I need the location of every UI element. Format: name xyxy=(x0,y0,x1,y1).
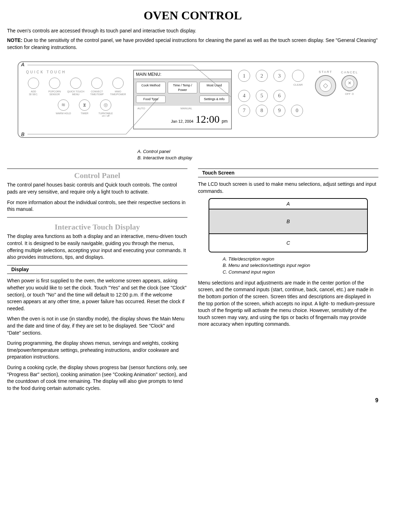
ts-caption-b: B. Menu and selection/settings input reg… xyxy=(223,262,378,269)
lcd-ampm: pm xyxy=(222,118,228,124)
body-text: When the oven is not in use (in standby … xyxy=(7,316,187,336)
key-8[interactable]: 8 xyxy=(256,105,268,117)
right-column: Touch Screen The LCD touch screen is use… xyxy=(198,169,378,396)
body-text: Menu selections and input adjustments ar… xyxy=(198,280,378,328)
lock-icon: ⊙ xyxy=(352,92,354,96)
warm-hold-icon: ≋ xyxy=(58,99,69,111)
diagram-label-a: A xyxy=(21,61,24,68)
touch-screen-subheading: Touch Screen xyxy=(198,169,378,178)
qt-timer[interactable]: ⧗TIMER xyxy=(76,99,93,117)
ts-caption-c: C. Command input region xyxy=(223,269,378,275)
body-text: When power is first supplied to the oven… xyxy=(7,277,187,312)
start-icon: ◇ xyxy=(320,80,332,92)
numeric-keypad: 1 2 3 CLEAR 4 5 6 7 8 9 0 xyxy=(238,70,305,116)
diagram-caption: A. Control panel B. Interactive touch di… xyxy=(137,148,378,161)
leader-line xyxy=(27,134,126,134)
key-clear[interactable] xyxy=(292,70,304,82)
leader-line xyxy=(27,65,193,65)
qt-add-30-sec[interactable]: ADD30 SEC. xyxy=(25,78,42,96)
diagram-label-b: B xyxy=(21,131,24,138)
lcd-date: Jan 12, 2004 xyxy=(171,119,193,124)
key-1[interactable]: 1 xyxy=(238,70,250,82)
ts-region-b: B xyxy=(209,209,367,234)
key-9[interactable]: 9 xyxy=(273,105,285,117)
note-label: NOTE: xyxy=(7,37,23,43)
cancel-icon: ✕ xyxy=(345,79,354,88)
touch-screen-diagram: A B C xyxy=(209,198,368,252)
left-column: Control Panel The control panel houses b… xyxy=(7,169,187,396)
off-label: OFF xyxy=(345,92,351,96)
key-2[interactable]: 2 xyxy=(256,70,268,82)
start-label: START xyxy=(319,70,333,74)
body-text: During a cooking cycle, the display show… xyxy=(7,364,187,392)
lcd-manual-label: MANUAL xyxy=(180,106,192,110)
turntable-icon: ◎ xyxy=(100,99,111,111)
page-number: 9 xyxy=(375,397,378,404)
lcd-title: MAIN MENU: xyxy=(134,71,231,79)
menu-time-temp-power[interactable]: Time / Temp / Power xyxy=(168,82,197,93)
lcd-time: 12:00 xyxy=(196,112,219,127)
ts-region-a: A xyxy=(209,199,367,209)
body-text: The LCD touch screen is used to make men… xyxy=(198,181,378,195)
caption-a: A. Control panel xyxy=(137,148,378,155)
menu-food-type[interactable]: Food Type xyxy=(136,96,166,103)
display-subheading: Display xyxy=(7,265,187,274)
clear-label: CLEAR xyxy=(293,83,303,87)
lcd-display[interactable]: MAIN MENU: Cook Method Time / Temp / Pow… xyxy=(133,70,232,129)
menu-cook-method[interactable]: Cook Method xyxy=(136,82,166,93)
qt-convect-time-temp[interactable]: CONVECTTIME/TEMP xyxy=(88,78,106,96)
qt-popcorn-sensor[interactable]: POPCORNSENSOR xyxy=(46,78,63,96)
key-3[interactable]: 3 xyxy=(273,70,285,82)
start-button[interactable]: START ◇ xyxy=(315,70,336,96)
key-5[interactable]: 5 xyxy=(256,90,268,102)
intro-text: The oven's controls are accessed through… xyxy=(7,27,378,35)
ts-caption-a: A. Title/description region xyxy=(223,256,378,262)
body-text: The control panel houses basic controls … xyxy=(7,182,187,195)
page-title: OVEN CONTROL xyxy=(7,7,378,24)
control-panel-heading: Control Panel xyxy=(7,170,187,181)
ts-caption: A. Title/description region B. Menu and … xyxy=(223,256,378,275)
quick-touch-title: QUICK TOUCH xyxy=(25,70,127,75)
control-panel-diagram: A QUICK TOUCH ADD30 SEC. POPCORNSENSOR Q… xyxy=(18,61,378,138)
body-text: The display area functions as both a dis… xyxy=(7,233,187,261)
timer-icon: ⧗ xyxy=(79,99,90,111)
body-text: During programming, the display shows me… xyxy=(7,340,187,361)
key-6[interactable]: 6 xyxy=(273,90,285,102)
key-7[interactable]: 7 xyxy=(238,105,250,117)
menu-settings-info[interactable]: Settings & Info xyxy=(199,96,229,103)
cancel-label: CANCEL xyxy=(341,70,358,75)
interactive-touch-display-heading: Interactive Touch Display xyxy=(7,222,187,233)
qt-warm-hold[interactable]: ≋WARM HOLD xyxy=(55,99,72,117)
body-text: For more information about the individua… xyxy=(7,199,187,213)
key-0[interactable]: 0 xyxy=(291,105,303,117)
control-panel-illustration: QUICK TOUCH ADD30 SEC. POPCORNSENSOR QUI… xyxy=(18,61,378,138)
note-body: Due to the sensitivity of the control pa… xyxy=(7,37,378,50)
caption-b: B. Interactive touch display xyxy=(137,155,378,161)
cancel-button[interactable]: CANCEL ✕ OFF⊙ xyxy=(341,70,358,96)
lcd-auto-label: AUTO xyxy=(137,106,145,110)
key-4[interactable]: 4 xyxy=(238,90,250,102)
qt-quick-touch-menu[interactable]: QUICK TOUCHMENU xyxy=(67,78,85,96)
quick-touch-section: QUICK TOUCH ADD30 SEC. POPCORNSENSOR QUI… xyxy=(25,70,127,121)
note-text: NOTE: Due to the sensitivity of the cont… xyxy=(7,37,378,51)
ts-region-c: C xyxy=(209,234,367,252)
qt-mwo-time-power[interactable]: MWOTIME/POWER xyxy=(109,78,127,96)
qt-turntable[interactable]: ◎TURNTABLEon / off xyxy=(97,99,115,117)
